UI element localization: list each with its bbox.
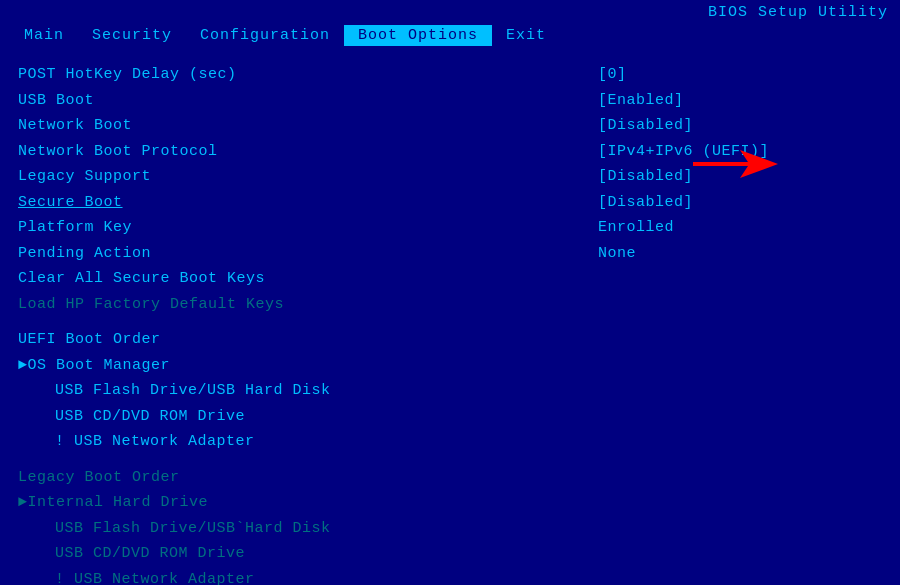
item-platform-key[interactable]: Platform Key	[18, 215, 562, 241]
value-usb-boot: [Enabled]	[598, 88, 882, 114]
value-legacy-support: [Disabled]	[598, 164, 882, 190]
item-clear-secure-boot-keys[interactable]: Clear All Secure Boot Keys	[18, 266, 562, 292]
item-usb-flash-uefi[interactable]: USB Flash Drive/USB Hard Disk	[18, 378, 562, 404]
nav-configuration[interactable]: Configuration	[186, 25, 344, 46]
nav-main[interactable]: Main	[10, 25, 78, 46]
secure-boot-highlighted: [Disabled]	[598, 194, 693, 211]
item-secure-boot[interactable]: Secure Boot	[18, 190, 562, 216]
item-usb-flash-legacy: USB Flash Drive/USB`Hard Disk	[18, 516, 562, 542]
item-internal-hd: ►Internal Hard Drive	[18, 490, 562, 516]
legacy-boot-order-header: Legacy Boot Order	[18, 465, 562, 491]
value-post-hotkey: [0]	[598, 62, 882, 88]
item-usb-network-uefi[interactable]: ! USB Network Adapter	[18, 429, 562, 455]
main-content: POST HotKey Delay (sec) USB Boot Network…	[0, 48, 900, 573]
value-platform-key: Enrolled	[598, 215, 882, 241]
item-legacy-support[interactable]: Legacy Support	[18, 164, 562, 190]
value-pending-action: None	[598, 241, 882, 267]
item-post-hotkey[interactable]: POST HotKey Delay (sec)	[18, 62, 562, 88]
nav-exit[interactable]: Exit	[492, 25, 560, 46]
item-pending-action[interactable]: Pending Action	[18, 241, 562, 267]
nav-menu: Main Security Configuration Boot Options…	[0, 23, 900, 48]
nav-boot-options[interactable]: Boot Options	[344, 25, 492, 46]
bios-title: BIOS Setup Utility	[0, 0, 900, 23]
value-network-boot-protocol: [IPv4+IPv6 (UEFI)]	[598, 139, 882, 165]
item-os-boot-manager[interactable]: ►OS Boot Manager	[18, 353, 562, 379]
item-usb-cd-dvd-uefi[interactable]: USB CD/DVD ROM Drive	[18, 404, 562, 430]
item-network-boot[interactable]: Network Boot	[18, 113, 562, 139]
right-column: [0] [Enabled] [Disabled] [IPv4+IPv6 (UEF…	[580, 58, 900, 573]
uefi-boot-order-header: UEFI Boot Order	[18, 327, 562, 353]
nav-security[interactable]: Security	[78, 25, 186, 46]
value-network-boot: [Disabled]	[598, 113, 882, 139]
item-usb-cd-dvd-legacy: USB CD/DVD ROM Drive	[18, 541, 562, 567]
title-text: BIOS Setup Utility	[708, 4, 888, 21]
item-usb-boot[interactable]: USB Boot	[18, 88, 562, 114]
left-column: POST HotKey Delay (sec) USB Boot Network…	[0, 58, 580, 573]
item-network-boot-protocol[interactable]: Network Boot Protocol	[18, 139, 562, 165]
item-usb-network-legacy: ! USB Network Adapter	[18, 567, 562, 586]
item-load-hp-factory: Load HP Factory Default Keys	[18, 292, 562, 318]
value-secure-boot[interactable]: [Disabled]	[598, 190, 882, 216]
